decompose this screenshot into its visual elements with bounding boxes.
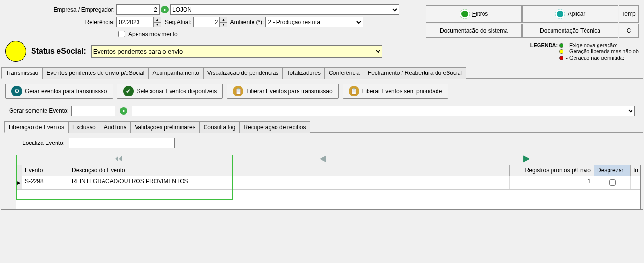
doc-sistema-button[interactable]: Documentação do sistema	[426, 24, 522, 38]
filter-icon	[460, 9, 470, 19]
subtab-validacoes[interactable]: Validações preliminares	[130, 121, 200, 133]
tab-visualizacao-pendencias[interactable]: Visualização de pendências	[203, 67, 283, 79]
subtab-auditoria[interactable]: Auditoria	[100, 121, 131, 133]
table-row[interactable]: ▶ S-2298 REINTEGRACAO/OUTROS PROVIMENTOS…	[16, 176, 640, 190]
status-esocial-label: Status eSocial:	[31, 47, 86, 56]
gerar-somente-combo[interactable]	[132, 106, 635, 116]
col-descricao[interactable]: Descrição do Evento	[69, 165, 510, 176]
gerar-somente-label: Gerar somente Evento:	[9, 108, 69, 114]
status-indicator-icon	[5, 41, 26, 62]
referencia-input[interactable]	[116, 17, 154, 27]
ambiente-combo[interactable]: 2 - Produção restrita	[265, 17, 363, 27]
main-tabs: Transmissão Eventos pendentes de envio p…	[1, 67, 643, 79]
cell-registros: 1	[510, 176, 594, 189]
apply-icon	[555, 9, 565, 19]
tab-acompanhamento[interactable]: Acompanhamento	[148, 67, 203, 79]
seq-atual-label: Seq.Atual:	[165, 19, 191, 25]
apenas-movimento-checkbox[interactable]	[118, 31, 125, 37]
referencia-spinner[interactable]: ▲▼	[153, 17, 161, 27]
referencia-label: Referência:	[5, 19, 115, 25]
liberar-transmissao-button[interactable]: 📋 Liberar Eventos para transmissão	[227, 84, 338, 99]
aplicar-button[interactable]: Aplicar	[522, 5, 618, 23]
liberar-sem-prioridade-button[interactable]: 📋 Liberar Eventos sem prioridade	[343, 84, 448, 99]
gerar-somente-input[interactable]	[71, 106, 115, 116]
gerar-somente-lookup-icon[interactable]: ▸	[119, 107, 128, 115]
next-record-icon[interactable]: ▶	[523, 153, 530, 164]
ambiente-label: Ambiente (*):	[230, 19, 264, 25]
empresa-id-input[interactable]	[116, 4, 160, 15]
apenas-movimento-label: Apenas movimento	[128, 31, 178, 37]
temp-button[interactable]: Temp	[619, 5, 639, 23]
cell-extra	[631, 176, 640, 189]
tab-conferencia[interactable]: Conferência	[324, 67, 364, 79]
seq-atual-input[interactable]	[193, 17, 220, 27]
tab-eventos-pendentes[interactable]: Eventos pendentes de envio p/eSocial	[42, 67, 149, 79]
sub-tabs: Liberação de Eventos Exclusão Auditoria …	[4, 121, 643, 133]
prev-record-icon[interactable]: ◀	[320, 153, 326, 164]
row-marker-header	[16, 165, 22, 176]
empresa-nome-combo[interactable]: LOJON	[170, 4, 399, 15]
first-record-icon[interactable]: ⏮	[114, 154, 123, 164]
clipboard-icon: 📋	[349, 86, 359, 96]
gear-icon: ⚙	[12, 86, 22, 96]
localiza-evento-label: Localiza Evento:	[23, 140, 65, 146]
col-evento[interactable]: Evento	[22, 165, 69, 176]
subtab-exclusao[interactable]: Exclusão	[68, 121, 100, 133]
cell-descricao: REINTEGRACAO/OUTROS PROVIMENTOS	[69, 176, 510, 189]
desprezar-checkbox[interactable]	[610, 179, 616, 186]
selecionar-eventos-button[interactable]: ✔ Selecionar Eventos disponíveis	[117, 84, 223, 99]
subtab-recuperacao[interactable]: Recuperação de recibos	[239, 121, 310, 133]
empresa-label: Empresa / Empregador:	[5, 6, 115, 13]
subtab-liberacao[interactable]: Liberação de Eventos	[4, 121, 69, 133]
filtros-button[interactable]: Filtros	[426, 5, 522, 23]
status-esocial-combo[interactable]: Eventos pendentes para o envio	[91, 45, 382, 58]
localiza-evento-input[interactable]	[69, 138, 175, 148]
tab-transmissao[interactable]: Transmissão	[1, 67, 43, 79]
col-extra[interactable]: In	[631, 165, 640, 176]
seq-atual-spinner[interactable]: ▲▼	[219, 17, 227, 27]
cell-evento: S-2298	[22, 176, 69, 189]
gerar-eventos-button[interactable]: ⚙ Gerar eventos para transmissão	[5, 84, 113, 99]
legend-box: LEGENDA: - Exige nova geração: LEGENDA: …	[530, 42, 639, 61]
clipboard-icon: 📋	[233, 86, 243, 96]
check-icon: ✔	[123, 86, 134, 96]
tab-fechamento[interactable]: Fechamento / Reabertura do eSocial	[364, 67, 466, 79]
row-marker-icon: ▶	[16, 176, 22, 189]
doc-tecnica-button[interactable]: Documentação Técnica	[522, 24, 618, 38]
extra-button[interactable]: C	[619, 24, 639, 38]
col-desprezar[interactable]: Desprezar	[594, 165, 631, 176]
subtab-consulta-log[interactable]: Consulta log	[199, 121, 240, 133]
col-registros[interactable]: Registros prontos p/Envio	[510, 165, 594, 176]
tab-totalizadores[interactable]: Totalizadores	[282, 67, 325, 79]
cell-desprezar[interactable]	[594, 176, 631, 189]
events-grid[interactable]: Evento Descrição do Evento Registros pro…	[16, 165, 641, 209]
empresa-lookup-icon[interactable]: ▸	[161, 5, 169, 14]
